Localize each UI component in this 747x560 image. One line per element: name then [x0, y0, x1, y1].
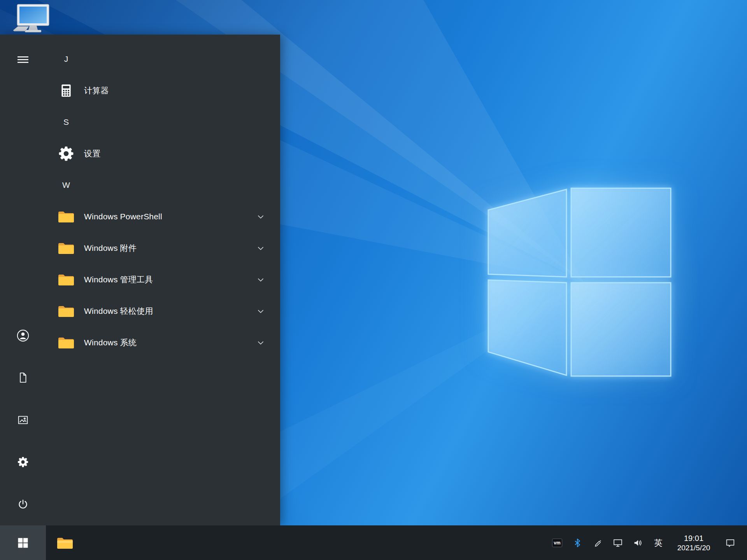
chevron-down-icon[interactable]: [255, 243, 266, 254]
section-letter-label: W: [58, 180, 75, 190]
volume-tray-button[interactable]: [628, 525, 648, 560]
system-tray: vm: [547, 525, 747, 560]
folder-item-label: Windows 轻松使用: [84, 306, 153, 317]
windows-wallpaper-logo-icon: [484, 183, 678, 381]
start-menu-rail: [0, 35, 46, 525]
folder-item-windows-admin-tools[interactable]: Windows 管理工具: [46, 264, 280, 295]
file-explorer-icon: [56, 536, 74, 550]
network-tray-button[interactable]: [608, 525, 628, 560]
start-app-list: J 计算器 S: [46, 43, 280, 358]
computer-monitor-icon: [12, 3, 52, 37]
app-item-label: 计算器: [84, 85, 109, 96]
clock-time: 19:01: [684, 533, 703, 543]
folder-item-label: Windows 管理工具: [84, 274, 153, 285]
folder-item-label: Windows 系统: [84, 337, 137, 348]
settings-button[interactable]: [14, 453, 32, 471]
file-explorer-button[interactable]: [46, 525, 84, 560]
expand-menu-button[interactable]: [14, 50, 32, 69]
bluetooth-tray-button[interactable]: [567, 525, 587, 560]
network-icon: [612, 537, 623, 548]
section-letter-label: S: [58, 117, 75, 127]
section-letter-J[interactable]: J: [46, 43, 280, 75]
folder-icon: [58, 208, 75, 225]
section-letter-label: J: [58, 54, 75, 64]
user-icon: [16, 329, 30, 342]
folder-item-windows-powershell[interactable]: Windows PowerShell: [46, 201, 280, 232]
folder-item-label: Windows 附件: [84, 243, 137, 254]
app-item-label: 设置: [84, 148, 100, 159]
bluetooth-icon: [572, 538, 582, 548]
this-pc-icon[interactable]: [12, 3, 52, 37]
chevron-down-icon[interactable]: [255, 274, 266, 285]
power-button[interactable]: [14, 495, 32, 514]
pen-tray-button[interactable]: [587, 525, 608, 560]
ime-indicator: 英: [654, 537, 663, 548]
settings-gear-icon: [58, 145, 75, 162]
windows-logo-icon: [17, 537, 29, 549]
folder-icon: [58, 240, 75, 257]
folder-icon: [58, 334, 75, 351]
pen-icon: [593, 538, 603, 548]
user-account-button[interactable]: [14, 326, 32, 345]
action-center-icon: [725, 537, 736, 548]
folder-item-windows-system[interactable]: Windows 系统: [46, 327, 280, 358]
pictures-button[interactable]: [14, 411, 32, 429]
taskbar: vm: [0, 525, 747, 560]
clock-button[interactable]: 19:01 2021/5/20: [668, 525, 719, 560]
vmware-icon: vm: [552, 539, 562, 547]
chevron-down-icon[interactable]: [255, 306, 266, 317]
calculator-icon: [58, 82, 75, 99]
pictures-icon: [17, 414, 29, 426]
folder-item-windows-accessories[interactable]: Windows 附件: [46, 232, 280, 264]
ime-language-button[interactable]: 英: [648, 525, 668, 560]
section-letter-S[interactable]: S: [46, 106, 280, 138]
action-center-button[interactable]: [719, 525, 742, 560]
chevron-down-icon[interactable]: [255, 337, 266, 348]
gear-icon: [17, 456, 29, 468]
document-icon: [17, 372, 29, 383]
folder-icon: [58, 271, 75, 288]
vmware-tray-button[interactable]: vm: [547, 525, 567, 560]
start-button[interactable]: [0, 525, 46, 560]
documents-button[interactable]: [14, 368, 32, 387]
folder-icon: [58, 303, 75, 320]
folder-item-label: Windows PowerShell: [84, 212, 162, 221]
screen: J 计算器 S: [0, 0, 747, 560]
clock-date: 2021/5/20: [677, 543, 710, 553]
hamburger-icon: [16, 53, 30, 66]
speaker-icon: [633, 537, 644, 548]
folder-item-windows-ease-of-access[interactable]: Windows 轻松使用: [46, 295, 280, 327]
chevron-down-icon[interactable]: [255, 211, 266, 222]
app-item-settings[interactable]: 设置: [46, 138, 280, 169]
section-letter-W[interactable]: W: [46, 169, 280, 201]
start-menu: J 计算器 S: [0, 35, 280, 525]
power-icon: [17, 499, 29, 510]
app-item-calculator[interactable]: 计算器: [46, 75, 280, 106]
